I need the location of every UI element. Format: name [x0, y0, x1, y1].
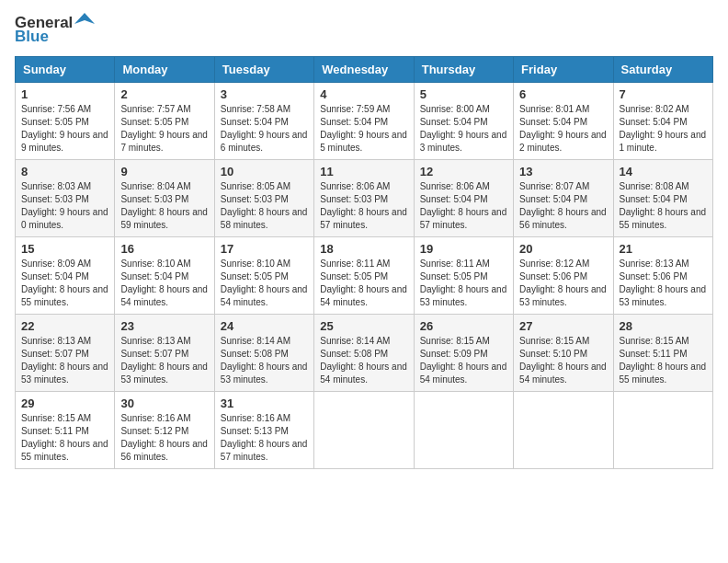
- day-header-thursday: Thursday: [414, 57, 513, 83]
- cell-content: Sunrise: 8:04 AM Sunset: 5:03 PM Dayligh…: [120, 180, 208, 232]
- day-number: 2: [120, 87, 208, 101]
- cell-content: Sunrise: 7:57 AM Sunset: 5:05 PM Dayligh…: [120, 103, 208, 155]
- day-number: 8: [21, 165, 108, 178]
- day-number: 12: [420, 165, 507, 178]
- day-number: 30: [120, 396, 208, 410]
- day-number: 21: [620, 242, 707, 256]
- cell-content: Sunrise: 8:10 AM Sunset: 5:04 PM Dayligh…: [120, 258, 208, 309]
- calendar-cell: 5Sunrise: 8:00 AM Sunset: 5:04 PM Daylig…: [414, 83, 513, 160]
- calendar-cell: 12Sunrise: 8:06 AM Sunset: 5:04 PM Dayli…: [414, 160, 513, 237]
- calendar-cell: 27Sunrise: 8:15 AM Sunset: 5:10 PM Dayli…: [514, 315, 613, 392]
- calendar-cell: 17Sunrise: 8:10 AM Sunset: 5:05 PM Dayli…: [214, 237, 313, 315]
- day-header-sunday: Sunday: [16, 57, 115, 83]
- calendar-cell: 16Sunrise: 8:10 AM Sunset: 5:04 PM Dayli…: [115, 237, 214, 315]
- day-number: 7: [620, 87, 707, 101]
- calendar-cell: 30Sunrise: 8:16 AM Sunset: 5:12 PM Dayli…: [115, 392, 214, 469]
- cell-content: Sunrise: 8:07 AM Sunset: 5:04 PM Dayligh…: [519, 180, 607, 232]
- calendar-week-row: 8Sunrise: 8:03 AM Sunset: 5:03 PM Daylig…: [16, 160, 713, 237]
- calendar-week-row: 29Sunrise: 8:15 AM Sunset: 5:11 PM Dayli…: [16, 392, 713, 469]
- calendar-cell: 4Sunrise: 7:59 AM Sunset: 5:04 PM Daylig…: [314, 83, 414, 160]
- day-number: 24: [221, 319, 308, 333]
- cell-content: Sunrise: 8:09 AM Sunset: 5:04 PM Dayligh…: [21, 258, 108, 309]
- day-number: 20: [519, 242, 607, 256]
- cell-content: Sunrise: 8:16 AM Sunset: 5:13 PM Dayligh…: [221, 412, 308, 464]
- day-header-wednesday: Wednesday: [314, 57, 414, 83]
- calendar-cell: [613, 392, 712, 469]
- day-header-monday: Monday: [115, 57, 214, 83]
- calendar-cell: 3Sunrise: 7:58 AM Sunset: 5:04 PM Daylig…: [214, 83, 313, 160]
- day-number: 11: [320, 165, 407, 178]
- cell-content: Sunrise: 8:13 AM Sunset: 5:07 PM Dayligh…: [120, 335, 208, 386]
- calendar-header-row: SundayMondayTuesdayWednesdayThursdayFrid…: [16, 57, 713, 83]
- calendar-cell: 7Sunrise: 8:02 AM Sunset: 5:04 PM Daylig…: [613, 83, 712, 160]
- day-number: 26: [420, 319, 507, 333]
- day-number: 3: [221, 87, 308, 101]
- cell-content: Sunrise: 8:08 AM Sunset: 5:04 PM Dayligh…: [620, 180, 707, 232]
- day-number: 19: [420, 242, 507, 256]
- cell-content: Sunrise: 8:03 AM Sunset: 5:03 PM Dayligh…: [21, 180, 108, 232]
- cell-content: Sunrise: 7:59 AM Sunset: 5:04 PM Dayligh…: [320, 103, 407, 155]
- calendar-cell: [414, 392, 513, 469]
- calendar-cell: 15Sunrise: 8:09 AM Sunset: 5:04 PM Dayli…: [16, 237, 115, 315]
- calendar-cell: 1Sunrise: 7:56 AM Sunset: 5:05 PM Daylig…: [16, 83, 115, 160]
- cell-content: Sunrise: 8:13 AM Sunset: 5:06 PM Dayligh…: [620, 258, 707, 309]
- calendar-cell: [314, 392, 414, 469]
- day-header-saturday: Saturday: [613, 57, 712, 83]
- cell-content: Sunrise: 8:16 AM Sunset: 5:12 PM Dayligh…: [120, 412, 208, 464]
- day-number: 15: [21, 242, 108, 256]
- cell-content: Sunrise: 8:15 AM Sunset: 5:09 PM Dayligh…: [420, 335, 507, 386]
- cell-content: Sunrise: 8:12 AM Sunset: 5:06 PM Dayligh…: [519, 258, 607, 309]
- day-number: 18: [320, 242, 407, 256]
- calendar-cell: 21Sunrise: 8:13 AM Sunset: 5:06 PM Dayli…: [613, 237, 712, 315]
- day-number: 13: [519, 165, 607, 178]
- day-number: 16: [120, 242, 208, 256]
- cell-content: Sunrise: 8:02 AM Sunset: 5:04 PM Dayligh…: [620, 103, 707, 155]
- calendar-cell: 26Sunrise: 8:15 AM Sunset: 5:09 PM Dayli…: [414, 315, 513, 392]
- day-number: 6: [519, 87, 607, 101]
- day-number: 29: [21, 396, 108, 410]
- day-number: 23: [120, 319, 208, 333]
- calendar-cell: 29Sunrise: 8:15 AM Sunset: 5:11 PM Dayli…: [16, 392, 115, 469]
- day-header-tuesday: Tuesday: [214, 57, 313, 83]
- calendar-cell: 11Sunrise: 8:06 AM Sunset: 5:03 PM Dayli…: [314, 160, 414, 237]
- logo: General Blue: [15, 15, 95, 45]
- page-header: General Blue: [15, 15, 713, 45]
- calendar-cell: 22Sunrise: 8:13 AM Sunset: 5:07 PM Dayli…: [16, 315, 115, 392]
- day-number: 14: [620, 165, 707, 178]
- day-number: 5: [420, 87, 507, 101]
- calendar-cell: 24Sunrise: 8:14 AM Sunset: 5:08 PM Dayli…: [214, 315, 313, 392]
- day-number: 17: [221, 242, 308, 256]
- day-number: 10: [221, 165, 308, 178]
- calendar-week-row: 1Sunrise: 7:56 AM Sunset: 5:05 PM Daylig…: [16, 83, 713, 160]
- calendar-cell: 28Sunrise: 8:15 AM Sunset: 5:11 PM Dayli…: [613, 315, 712, 392]
- calendar-week-row: 22Sunrise: 8:13 AM Sunset: 5:07 PM Dayli…: [16, 315, 713, 392]
- day-number: 9: [120, 165, 208, 178]
- cell-content: Sunrise: 8:10 AM Sunset: 5:05 PM Dayligh…: [221, 258, 308, 309]
- calendar-cell: 2Sunrise: 7:57 AM Sunset: 5:05 PM Daylig…: [115, 83, 214, 160]
- cell-content: Sunrise: 8:11 AM Sunset: 5:05 PM Dayligh…: [420, 258, 507, 309]
- day-header-friday: Friday: [514, 57, 613, 83]
- cell-content: Sunrise: 8:05 AM Sunset: 5:03 PM Dayligh…: [221, 180, 308, 232]
- cell-content: Sunrise: 8:15 AM Sunset: 5:10 PM Dayligh…: [519, 335, 607, 386]
- calendar-cell: 14Sunrise: 8:08 AM Sunset: 5:04 PM Dayli…: [613, 160, 712, 237]
- cell-content: Sunrise: 8:13 AM Sunset: 5:07 PM Dayligh…: [21, 335, 108, 386]
- cell-content: Sunrise: 8:06 AM Sunset: 5:04 PM Dayligh…: [420, 180, 507, 232]
- cell-content: Sunrise: 7:56 AM Sunset: 5:05 PM Dayligh…: [21, 103, 108, 155]
- cell-content: Sunrise: 8:00 AM Sunset: 5:04 PM Dayligh…: [420, 103, 507, 155]
- calendar-cell: 10Sunrise: 8:05 AM Sunset: 5:03 PM Dayli…: [214, 160, 313, 237]
- cell-content: Sunrise: 8:11 AM Sunset: 5:05 PM Dayligh…: [320, 258, 407, 309]
- calendar-cell: 23Sunrise: 8:13 AM Sunset: 5:07 PM Dayli…: [115, 315, 214, 392]
- cell-content: Sunrise: 8:14 AM Sunset: 5:08 PM Dayligh…: [221, 335, 308, 386]
- svg-marker-0: [74, 13, 95, 24]
- calendar-week-row: 15Sunrise: 8:09 AM Sunset: 5:04 PM Dayli…: [16, 237, 713, 315]
- calendar-cell: 25Sunrise: 8:14 AM Sunset: 5:08 PM Dayli…: [314, 315, 414, 392]
- day-number: 25: [320, 319, 407, 333]
- day-number: 22: [21, 319, 108, 333]
- calendar-cell: 19Sunrise: 8:11 AM Sunset: 5:05 PM Dayli…: [414, 237, 513, 315]
- calendar-cell: 18Sunrise: 8:11 AM Sunset: 5:05 PM Dayli…: [314, 237, 414, 315]
- day-number: 1: [21, 87, 108, 101]
- cell-content: Sunrise: 8:15 AM Sunset: 5:11 PM Dayligh…: [620, 335, 707, 386]
- cell-content: Sunrise: 7:58 AM Sunset: 5:04 PM Dayligh…: [221, 103, 308, 155]
- cell-content: Sunrise: 8:06 AM Sunset: 5:03 PM Dayligh…: [320, 180, 407, 232]
- calendar-cell: 13Sunrise: 8:07 AM Sunset: 5:04 PM Dayli…: [514, 160, 613, 237]
